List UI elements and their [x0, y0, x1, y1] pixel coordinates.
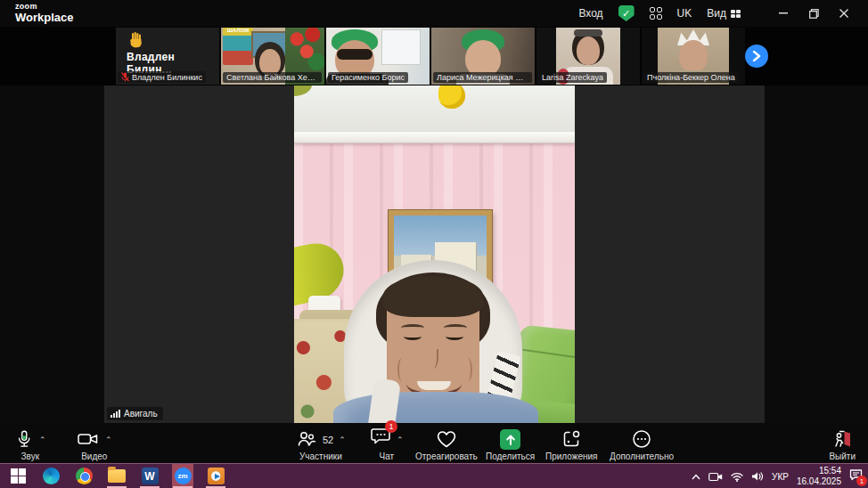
audio-control[interactable]: ⌃ Звук	[14, 428, 46, 461]
notification-center[interactable]: 1	[849, 468, 863, 484]
logo-zoom-text: zoom	[15, 3, 74, 11]
tray-wifi-icon[interactable]	[731, 472, 743, 482]
start-button[interactable]	[7, 464, 29, 488]
chat-caret[interactable]: ⌃	[397, 435, 404, 444]
tray-camera-icon[interactable]	[708, 472, 723, 482]
dark-glasses	[337, 49, 373, 60]
participants-button[interactable]: 52 ⌃ Участники	[296, 428, 346, 461]
minimize-button[interactable]	[768, 0, 798, 27]
audio-label: Звук	[21, 451, 40, 461]
security-shield-icon[interactable]: ✓	[618, 5, 635, 21]
right-eye	[446, 333, 463, 340]
shalom-poster: ШАЛОМ	[223, 28, 253, 65]
react-label: Отреагировать	[415, 451, 478, 461]
meeting-toolbar: ⌃ Звук ⌃ Видео 52	[0, 423, 868, 463]
taskbar-file-explorer[interactable]	[106, 464, 127, 488]
view-label: Вид	[707, 7, 726, 20]
participant-name-label: Герасименко Борис	[332, 73, 405, 82]
participant-name-label: Пчолкіна-Беккер Олена	[647, 73, 735, 82]
title-bar: zoom Workplace Вход ✓ UK Вид	[0, 0, 868, 27]
zoom-workplace-window: zoom Workplace Вход ✓ UK Вид Вла	[0, 0, 868, 488]
chat-button[interactable]: 1 ⌃ Чат	[370, 428, 404, 461]
react-button[interactable]: Отреагировать	[415, 428, 478, 461]
apps-grid-icon[interactable]	[650, 7, 662, 20]
chevron-right-icon	[752, 51, 761, 61]
taskbar-zoom[interactable]: zm	[172, 464, 193, 488]
notification-badge: 1	[856, 476, 867, 486]
participant-tile-gerasimenko[interactable]: Герасименко Борис	[326, 28, 430, 85]
participant-name-label: Светлана Байкова Херс...	[226, 73, 318, 82]
main-speaker-video[interactable]	[294, 85, 575, 423]
muted-mic-icon	[121, 72, 129, 82]
taskbar-word[interactable]: W	[139, 464, 160, 488]
close-button[interactable]	[829, 0, 859, 27]
next-page-button[interactable]	[745, 45, 768, 68]
participant-tile-vladlen[interactable]: Владлен Билин... Владлен Билинкис	[116, 28, 219, 85]
tray-volume-icon[interactable]	[751, 471, 764, 482]
stage-panel: Авигаль	[104, 85, 765, 423]
edge-icon	[43, 468, 60, 484]
taskbar-chrome[interactable]	[73, 464, 94, 488]
folder-icon	[108, 469, 126, 483]
taskbar-edge[interactable]	[40, 464, 61, 488]
tray-clock[interactable]: 15:54 16.04.2025	[797, 466, 841, 488]
apps-label: Приложения	[545, 451, 598, 461]
chat-label: Чат	[379, 451, 394, 461]
language-indicator[interactable]: UK	[677, 7, 692, 20]
chrome-icon	[76, 468, 93, 484]
gallery-view-icon	[731, 10, 741, 18]
more-button[interactable]: Дополнительно	[610, 428, 674, 461]
video-options-caret[interactable]: ⌃	[105, 435, 112, 444]
participant-name-label: Larisa Zareckaya	[542, 73, 603, 82]
audio-options-caret[interactable]: ⌃	[39, 435, 46, 444]
window-behind	[381, 29, 421, 65]
active-speaker-chip: Авигаль	[107, 407, 163, 420]
participant-tile-larisa-z[interactable]: Larisa Zareckaya	[536, 28, 640, 85]
taskbar-media-player[interactable]	[205, 464, 226, 488]
login-button[interactable]: Вход	[578, 7, 602, 20]
ceiling-strip	[294, 85, 575, 132]
participants-caret[interactable]: ⌃	[339, 435, 346, 444]
tray-expand-icon[interactable]	[692, 474, 700, 480]
zoom-apps-icon	[561, 428, 582, 450]
participants-icon	[296, 428, 317, 450]
more-label: Дополнительно	[610, 451, 674, 461]
windows-taskbar: W zm УКР 15:54 16.04.2025 1	[0, 463, 868, 488]
more-ellipsis-icon	[631, 428, 652, 450]
larisa-z-face	[577, 37, 600, 65]
video-camera-icon	[77, 428, 100, 450]
blue-fleece-top	[333, 392, 538, 423]
restore-button[interactable]	[798, 0, 829, 27]
wall-molding	[294, 132, 575, 143]
share-screen-icon	[500, 429, 520, 450]
participants-label: Участники	[299, 451, 342, 461]
cheek-line-right	[463, 358, 472, 381]
word-icon: W	[142, 468, 159, 484]
speaker-name-label: Авигаль	[124, 409, 158, 419]
apps-button[interactable]: Приложения	[545, 428, 598, 461]
sunglasses-on-head	[574, 29, 602, 37]
participants-count: 52	[323, 435, 333, 445]
audio-level-icon	[111, 410, 120, 419]
video-control[interactable]: ⌃ Видео	[77, 428, 112, 461]
tray-language-indicator[interactable]: УКР	[772, 472, 789, 482]
video-label: Видео	[81, 451, 107, 461]
participant-name-label: Владлен Билинкис	[132, 73, 202, 82]
microphone-icon	[14, 428, 34, 450]
participant-filmstrip: Владлен Билин... Владлен Билинкис ШАЛОМ …	[0, 27, 868, 85]
heart-icon	[435, 428, 458, 450]
share-label: Поделиться	[486, 451, 535, 461]
participant-tile-larisa-m[interactable]: Лариса Межерицкая Хе...	[431, 28, 535, 85]
hair-fringe	[383, 276, 483, 317]
cheek-line-left	[397, 358, 406, 381]
leave-button[interactable]: Выйти	[829, 428, 856, 461]
participant-tile-pcholkina[interactable]: Пчолкіна-Беккер Олена	[642, 28, 745, 85]
leave-door-icon	[831, 428, 853, 450]
share-button[interactable]: Поделиться	[486, 428, 535, 461]
meeting-stage: Авигаль	[0, 85, 868, 423]
chat-unread-badge: 1	[385, 420, 397, 433]
participant-tile-svetlana[interactable]: ШАЛОМ Светлана Байкова Херс...	[221, 28, 324, 85]
zoom-workplace-logo: zoom Workplace	[15, 3, 74, 23]
windows-logo-icon	[11, 468, 26, 484]
view-menu[interactable]: Вид	[707, 7, 741, 20]
